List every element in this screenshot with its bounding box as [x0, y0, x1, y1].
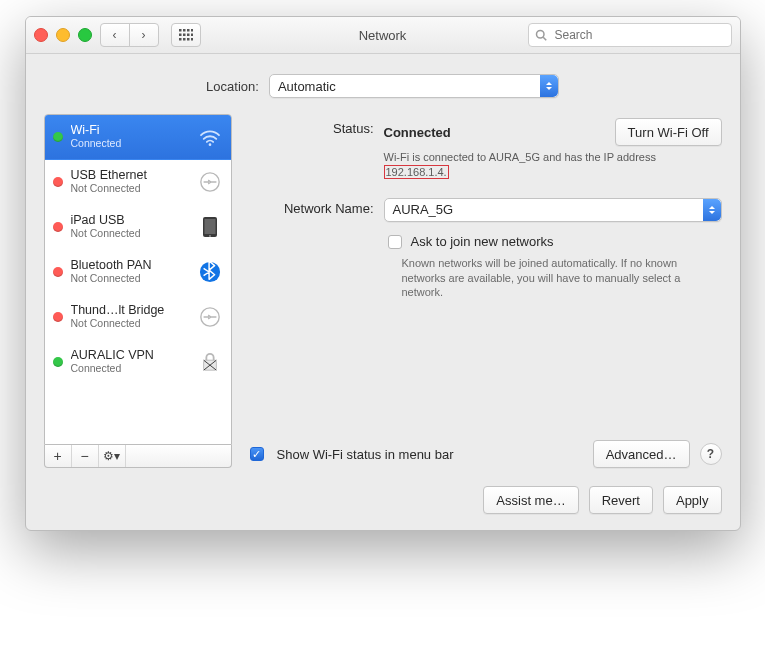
ip-address-highlight: 192.168.1.4. [384, 165, 449, 179]
status-value: Connected [384, 125, 451, 140]
svg-rect-7 [191, 34, 193, 37]
svg-rect-2 [187, 29, 190, 32]
search-icon [535, 29, 547, 41]
svg-point-14 [208, 143, 211, 146]
svg-rect-9 [183, 38, 186, 41]
ipad-icon [197, 214, 223, 240]
sidebar-item-bluetooth-pan[interactable]: Bluetooth PAN Not Connected [45, 250, 231, 295]
advanced-button[interactable]: Advanced… [593, 440, 690, 468]
svc-name: Bluetooth PAN [71, 259, 152, 273]
network-prefs-window: ‹ › Network Location: Automatic [25, 16, 741, 531]
status-dot-icon [53, 222, 63, 232]
sidebar-item-auralic-vpn[interactable]: AURALIC VPN Connected [45, 340, 231, 385]
status-description: Wi-Fi is connected to AURA_5G and has th… [384, 150, 714, 180]
svc-status: Not Connected [71, 183, 147, 195]
status-dot-icon [53, 357, 63, 367]
svg-rect-6 [187, 34, 190, 37]
sidebar-item-wifi[interactable]: Wi-Fi Connected [45, 115, 231, 160]
sidebar-toolbar: + − ⚙︎▾ [44, 445, 232, 468]
svc-status: Not Connected [71, 228, 141, 240]
svc-status: Not Connected [71, 273, 152, 285]
svg-rect-4 [179, 34, 182, 37]
svc-status: Connected [71, 138, 122, 150]
apply-button[interactable]: Apply [663, 486, 722, 514]
location-label: Location: [206, 79, 259, 94]
svc-name: USB Ethernet [71, 169, 147, 183]
chevron-updown-icon [540, 75, 558, 97]
show-all-button[interactable] [171, 23, 201, 47]
svg-rect-3 [191, 29, 193, 32]
zoom-icon[interactable] [78, 28, 92, 42]
network-name-value: AURA_5G [393, 202, 454, 217]
svc-status: Not Connected [71, 318, 165, 330]
forward-button[interactable]: › [129, 23, 159, 47]
svg-rect-0 [179, 29, 182, 32]
turn-wifi-off-button[interactable]: Turn Wi-Fi Off [615, 118, 722, 146]
sidebar-item-ipad-usb[interactable]: iPad USB Not Connected [45, 205, 231, 250]
show-status-label: Show Wi-Fi status in menu bar [277, 447, 454, 462]
svg-rect-8 [179, 38, 182, 41]
svc-name: iPad USB [71, 214, 141, 228]
assist-me-button[interactable]: Assist me… [483, 486, 578, 514]
status-label: Status: [246, 118, 374, 136]
svc-name: Wi-Fi [71, 124, 122, 138]
minimize-icon[interactable] [56, 28, 70, 42]
help-button[interactable]: ? [700, 443, 722, 465]
svg-point-12 [536, 31, 544, 39]
service-list: Wi-Fi Connected USB Ethernet Not [44, 114, 232, 445]
svg-rect-10 [187, 38, 190, 41]
ethernet-icon [197, 304, 223, 330]
status-dot-icon [53, 132, 63, 142]
nav-buttons: ‹ › [100, 23, 159, 47]
chevron-updown-icon [703, 199, 721, 221]
network-name-select[interactable]: AURA_5G [384, 198, 722, 222]
revert-button[interactable]: Revert [589, 486, 653, 514]
status-dot-icon [53, 267, 63, 277]
bluetooth-icon [197, 259, 223, 285]
status-dot-icon [53, 312, 63, 322]
svg-rect-5 [183, 34, 186, 37]
remove-service-button[interactable]: − [72, 445, 99, 467]
network-name-label: Network Name: [246, 198, 374, 216]
add-service-button[interactable]: + [45, 445, 72, 467]
ask-to-join-description: Known networks will be joined automatica… [402, 256, 702, 301]
svg-point-18 [209, 235, 211, 237]
service-actions-button[interactable]: ⚙︎▾ [99, 445, 126, 467]
svg-line-13 [543, 37, 546, 40]
wifi-icon [197, 124, 223, 150]
location-value: Automatic [278, 79, 336, 94]
show-status-checkbox[interactable] [250, 447, 264, 461]
detail-pane: Status: Connected Turn Wi-Fi Off Wi-Fi i… [246, 114, 722, 468]
svc-name: AURALIC VPN [71, 349, 154, 363]
sidebar-item-usb-ethernet[interactable]: USB Ethernet Not Connected [45, 160, 231, 205]
traffic-lights [34, 28, 92, 42]
location-select[interactable]: Automatic [269, 74, 559, 98]
svg-rect-11 [191, 38, 193, 41]
titlebar: ‹ › Network [26, 17, 740, 54]
ethernet-icon [197, 169, 223, 195]
ask-to-join-label: Ask to join new networks [411, 234, 554, 249]
svc-status: Connected [71, 363, 154, 375]
close-icon[interactable] [34, 28, 48, 42]
svg-rect-17 [204, 219, 215, 234]
svg-rect-1 [183, 29, 186, 32]
ask-to-join-checkbox[interactable] [388, 235, 402, 249]
sidebar-item-thunderbolt-bridge[interactable]: Thund…lt Bridge Not Connected [45, 295, 231, 340]
status-desc-text: Wi-Fi is connected to AURA_5G and has th… [384, 151, 657, 163]
vpn-lock-icon [197, 349, 223, 375]
search-field[interactable] [528, 23, 732, 47]
status-dot-icon [53, 177, 63, 187]
svc-name: Thund…lt Bridge [71, 304, 165, 318]
search-input[interactable] [553, 27, 725, 43]
back-button[interactable]: ‹ [100, 23, 130, 47]
grid-icon [179, 29, 193, 41]
